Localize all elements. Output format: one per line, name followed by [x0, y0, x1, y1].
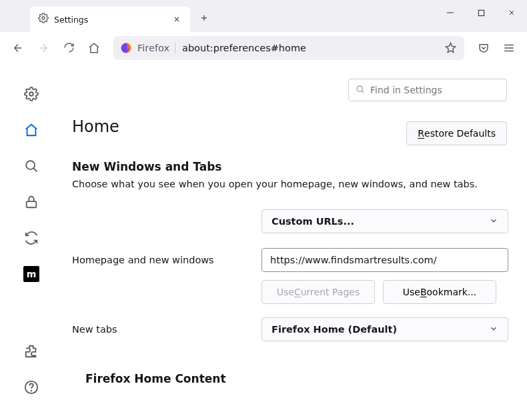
gear-icon — [38, 13, 49, 26]
content: m Home Restore Defaults New Windows and … — [0, 64, 527, 420]
chevron-down-icon — [489, 324, 498, 335]
svg-point-3 — [29, 92, 33, 96]
select-value: Custom URLs... — [272, 216, 354, 227]
sidebar-item-mozilla[interactable]: m — [20, 263, 43, 285]
section-description: Choose what you see when you open your h… — [72, 179, 508, 189]
home-button[interactable] — [83, 37, 105, 59]
minimize-button[interactable] — [435, 0, 466, 25]
window-controls — [435, 0, 527, 25]
settings-search[interactable] — [348, 79, 507, 101]
close-icon[interactable] — [170, 13, 183, 26]
svg-rect-1 — [478, 10, 484, 15]
tab-title: Settings — [54, 15, 165, 25]
sidebar-item-search[interactable] — [20, 155, 43, 177]
url-bar[interactable]: Firefox about:preferences#home — [113, 36, 464, 60]
sidebar-item-sync[interactable] — [20, 227, 43, 249]
firefox-icon — [120, 42, 132, 54]
homepage-mode-select[interactable]: Custom URLs... — [261, 209, 508, 233]
sidebar: m — [0, 64, 63, 420]
reload-button[interactable] — [57, 37, 80, 59]
titlebar: Settings — [0, 0, 527, 32]
menu-button[interactable] — [498, 37, 520, 59]
sidebar-item-help[interactable] — [20, 376, 43, 399]
svg-point-4 — [26, 161, 35, 169]
back-button[interactable] — [7, 37, 29, 59]
use-current-pages-button[interactable]: Use Current Pages — [261, 280, 375, 304]
newtabs-label: New tabs — [72, 324, 248, 335]
urlbar-address: about:preferences#home — [182, 43, 443, 53]
sidebar-item-home[interactable] — [20, 119, 43, 141]
sidebar-item-extensions[interactable] — [20, 340, 43, 363]
newtabs-select[interactable]: Firefox Home (Default) — [261, 317, 508, 341]
section-heading: New Windows and Tabs — [72, 160, 508, 173]
svg-point-0 — [42, 17, 45, 19]
pocket-button[interactable] — [472, 37, 495, 59]
use-bookmark-button[interactable]: Use Bookmark... — [383, 280, 496, 304]
homepage-button-row: Use Current Pages Use Bookmark... — [261, 280, 508, 304]
sidebar-item-general[interactable] — [20, 83, 43, 105]
svg-rect-5 — [27, 201, 37, 207]
row-homepage-url: Homepage and new windows — [72, 248, 508, 272]
svg-point-8 — [357, 86, 362, 91]
sidebar-item-privacy[interactable] — [20, 191, 43, 213]
close-button[interactable] — [496, 0, 527, 25]
row-custom-url-select: Custom URLs... — [72, 209, 508, 233]
main-content: Home Restore Defaults New Windows and Ta… — [63, 64, 527, 420]
new-tab-button[interactable] — [194, 8, 214, 28]
bookmark-star-icon[interactable] — [443, 41, 458, 55]
chevron-down-icon — [489, 216, 498, 227]
homepage-label: Homepage and new windows — [72, 255, 248, 265]
homepage-url-input[interactable] — [261, 248, 508, 272]
svg-point-7 — [31, 391, 32, 391]
toolbar: Firefox about:preferences#home — [0, 32, 527, 64]
urlbar-label: Firefox — [137, 43, 169, 53]
maximize-button[interactable] — [466, 0, 496, 25]
search-icon — [356, 84, 365, 97]
subsection-heading: Firefox Home Content — [85, 372, 508, 385]
row-new-tabs: New tabs Firefox Home (Default) — [72, 317, 508, 341]
section-new-windows-tabs: New Windows and Tabs Choose what you see… — [72, 160, 508, 189]
select-value: Firefox Home (Default) — [272, 324, 397, 335]
settings-search-input[interactable] — [370, 85, 500, 95]
urlbar-separator — [175, 42, 175, 54]
forward-button[interactable] — [32, 37, 55, 59]
mozilla-icon: m — [23, 266, 39, 282]
restore-defaults-button[interactable]: Restore Defaults — [406, 121, 507, 145]
browser-tab[interactable]: Settings — [30, 7, 190, 32]
